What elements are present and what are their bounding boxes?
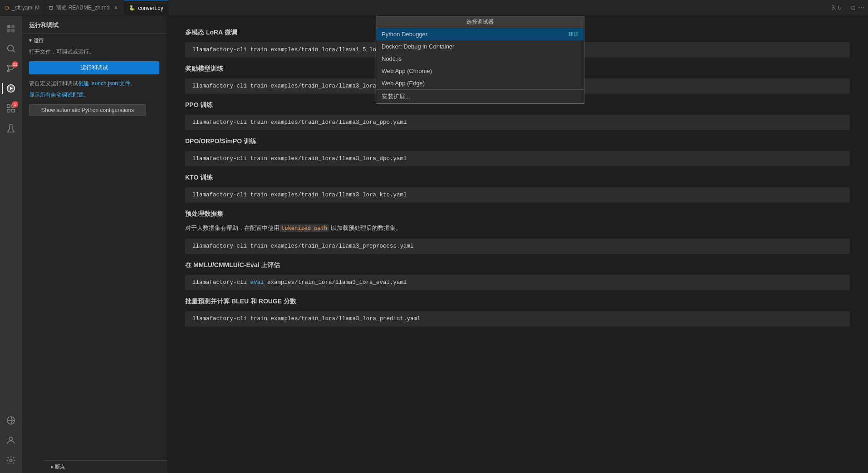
- activity-item-search[interactable]: [2, 39, 20, 58]
- chevron-right-icon: ▸: [51, 464, 54, 469]
- code-ppo-train: llamafactory-cli train examples/train_lo…: [185, 115, 850, 130]
- show-auto-python-button[interactable]: Show automatic Python configurations: [29, 104, 146, 116]
- main-layout: 22 1 运行和调试 ▾: [0, 16, 868, 473]
- dropdown-item-install-ext[interactable]: 安装扩展...: [376, 90, 584, 103]
- dropdown-item-docker[interactable]: Docker: Debug in Container: [376, 40, 584, 53]
- dropdown-label-web-chrome: Web App (Chrome): [382, 68, 432, 74]
- dropdown-label-web-edge: Web App (Edge): [382, 80, 425, 87]
- open-file-desc: 打开文件，可调试或运行。: [29, 48, 159, 56]
- show-auto-config-link[interactable]: 显示所有自动调试配置。: [29, 92, 89, 98]
- svg-point-4: [8, 70, 10, 72]
- section-preprocess: 预处理数据集: [185, 210, 850, 218]
- code-eval-mmlu: llamafactory-cli eval examples/train_lor…: [185, 275, 850, 290]
- section-batch-predict: 批量预测并计算 BLEU 和 ROUGE 分数: [185, 297, 850, 306]
- preprocess-desc-after: 以加载预处理后的数据集。: [329, 224, 402, 231]
- sidebar-header: 运行和调试: [22, 16, 167, 34]
- tab-close-readme[interactable]: ×: [112, 4, 119, 11]
- run-section-title: ▾ 运行: [29, 37, 159, 44]
- preview-icon: ⊞: [49, 5, 53, 11]
- python-icon: 🐍: [129, 5, 135, 11]
- dropdown-item-nodejs[interactable]: Node.js: [376, 53, 584, 65]
- debugger-dropdown: 选择调试器 Python Debugger 建议 Docker: Debug i…: [376, 16, 584, 104]
- code-dpo-train: llamafactory-cli train examples/train_lo…: [185, 151, 850, 166]
- svg-rect-0: [8, 25, 10, 28]
- tab-sft-yaml[interactable]: ⬡ _sft.yaml M: [0, 0, 44, 16]
- source-control-badge: 22: [12, 61, 18, 68]
- dropdown-item-web-edge[interactable]: Web App (Edge): [376, 77, 584, 89]
- preprocess-desc: 对于大数据集有帮助，在配置中使用tokenized_path 以加载预处理后的数…: [185, 224, 850, 233]
- sidebar-run-section: ▾ 运行 打开文件，可调试或运行。 运行和调试 要自定义运行和调试创建 laun…: [22, 34, 167, 120]
- sidebar-panel: 运行和调试 ▾ 运行 打开文件，可调试或运行。 运行和调试 要自定义运行和调试创…: [22, 16, 167, 473]
- activity-item-accounts[interactable]: [2, 431, 20, 449]
- svg-point-3: [8, 65, 10, 67]
- preprocess-desc-before: 对于大数据集有帮助，在配置中使用: [185, 224, 280, 231]
- content-area: 选择调试器 Python Debugger 建议 Docker: Debug i…: [167, 16, 868, 473]
- activity-item-settings[interactable]: [2, 451, 20, 469]
- show-auto-link: 显示所有自动调试配置。: [29, 91, 159, 99]
- svg-point-1: [8, 45, 14, 51]
- activity-item-remote[interactable]: [2, 411, 20, 429]
- cursor-position: 3, U: [826, 5, 847, 11]
- tab-label-readme: 预览 README_zh.md: [56, 4, 109, 12]
- activity-item-run-debug[interactable]: [2, 79, 20, 98]
- dropdown-label-python-debugger: Python Debugger: [382, 31, 427, 38]
- eval-keyword: eval: [250, 279, 264, 286]
- activity-item-explorer[interactable]: [2, 20, 20, 38]
- dropdown-label-install-ext: 安装扩展...: [382, 93, 410, 101]
- tab-bar: ⬡ _sft.yaml M ⊞ 预览 README_zh.md × 🐍 conv…: [0, 0, 868, 16]
- dropdown-list: Python Debugger 建议 Docker: Debug in Cont…: [376, 28, 584, 104]
- activity-item-extensions[interactable]: 1: [2, 99, 20, 117]
- dropdown-badge-python-debugger: 建议: [569, 31, 579, 38]
- extensions-badge: 1: [12, 101, 18, 107]
- code-kto-train: llamafactory-cli train examples/train_lo…: [185, 187, 850, 203]
- activity-bottom: [2, 411, 20, 473]
- code-preprocess: llamafactory-cli train examples/train_lo…: [185, 239, 850, 254]
- svg-rect-8: [7, 105, 10, 107]
- chevron-down-icon: ▾: [29, 38, 32, 44]
- customize-link: 要自定义运行和调试创建 launch.json 文件。: [29, 80, 159, 88]
- svg-rect-11: [12, 109, 15, 112]
- svg-point-14: [10, 459, 12, 462]
- tab-readme-preview[interactable]: ⊞ 预览 README_zh.md ×: [44, 0, 124, 16]
- dropdown-label-nodejs: Node.js: [382, 55, 402, 62]
- svg-point-13: [9, 437, 12, 440]
- svg-rect-10: [7, 109, 10, 112]
- tokenized-path-code: tokenized_path: [280, 224, 329, 232]
- code-batch-predict: llamafactory-cli train examples/train_lo…: [185, 311, 850, 327]
- tab-label-convert: convert.py: [138, 5, 163, 11]
- section-kto-train: KTO 训练: [185, 174, 850, 182]
- section-dpo-train: DPO/ORPO/SimPO 训练: [185, 137, 850, 146]
- dropdown-label-docker: Docker: Debug in Container: [382, 43, 454, 50]
- create-launch-json-link[interactable]: 创建 launch.json 文件: [78, 80, 130, 87]
- run-debug-button[interactable]: 运行和调试: [29, 61, 159, 74]
- dropdown-header: 选择调试器: [376, 16, 584, 28]
- editor-actions: ⧉ ⋯: [847, 4, 868, 12]
- tab-convert-py[interactable]: 🐍 convert.py: [124, 0, 168, 16]
- yaml-icon: ⬡: [5, 5, 9, 11]
- more-actions-icon[interactable]: ⋯: [858, 4, 864, 12]
- activity-bar: 22 1: [0, 16, 22, 473]
- section-eval-mmlu: 在 MMLU/CMMLU/C-Eval 上评估: [185, 261, 850, 269]
- activity-item-source-control[interactable]: 22: [2, 59, 20, 78]
- activity-item-testing[interactable]: [2, 119, 20, 137]
- tab-label-sft: _sft.yaml M: [12, 5, 39, 11]
- dropdown-item-web-chrome[interactable]: Web App (Chrome): [376, 65, 584, 77]
- split-editor-icon[interactable]: ⧉: [851, 4, 855, 12]
- dropdown-item-python-debugger[interactable]: Python Debugger 建议: [376, 28, 584, 40]
- svg-line-2: [13, 50, 15, 52]
